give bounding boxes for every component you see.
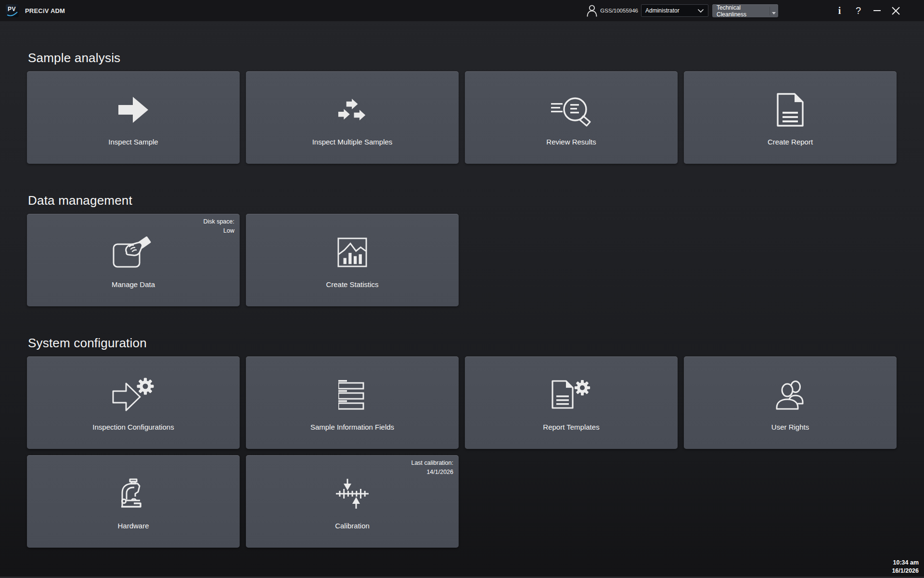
logo-swoosh-icon — [7, 12, 18, 16]
tile-label: User Rights — [684, 423, 897, 431]
search-results-icon — [465, 71, 678, 148]
chevron-down-icon — [697, 9, 704, 13]
tile-label: Create Report — [684, 138, 897, 146]
help-icon: ? — [856, 5, 861, 16]
app-title: PRECiV ADM — [25, 7, 65, 14]
tile-manage-data[interactable]: Disk space: Low Manage Data — [27, 214, 240, 306]
tile-inspect-sample[interactable]: Inspect Sample — [27, 71, 240, 164]
user-icon — [587, 4, 597, 17]
role-dropdown[interactable]: Administrator — [641, 4, 708, 17]
tile-label: Create Statistics — [246, 280, 459, 289]
tile-create-report[interactable]: Create Report — [684, 71, 897, 164]
tile-label: Hardware — [27, 522, 240, 530]
tile-create-statistics[interactable]: Create Statistics — [246, 214, 459, 306]
tile-label: Sample Information Fields — [246, 423, 459, 431]
tile-inspection-configurations[interactable]: Inspection Configurations — [27, 356, 240, 449]
arrow-gear-icon — [27, 356, 240, 434]
status-clock: 10:34 am 16/1/2026 — [892, 559, 919, 575]
microscope-icon — [27, 455, 240, 532]
close-button[interactable] — [892, 0, 900, 21]
close-icon — [892, 7, 900, 15]
status-time: 10:34 am — [892, 559, 919, 567]
section-title-data-management: Data management — [28, 193, 897, 208]
app-logo: PV — [6, 4, 19, 17]
tile-label: Inspection Configurations — [27, 423, 240, 431]
status-date: 16/1/2026 — [892, 567, 919, 575]
help-button[interactable]: ? — [854, 0, 862, 21]
titlebar-right-group: GSS/10055946 Administrator Technical Cle… — [587, 0, 924, 21]
document-gear-icon — [465, 356, 678, 434]
main-content: Sample analysis Inspect Sample I — [0, 51, 924, 548]
tile-label: Manage Data — [27, 280, 240, 289]
minimize-icon — [873, 10, 881, 11]
calibration-scale-icon — [246, 455, 459, 532]
tile-user-rights[interactable]: User Rights — [684, 356, 897, 449]
tile-label: Report Templates — [465, 423, 678, 431]
data-management-grid: Disk space: Low Manage Data — [27, 214, 897, 306]
dropdown-arrow-icon — [772, 12, 776, 14]
tile-label: Review Results — [465, 138, 678, 146]
tile-report-templates[interactable]: Report Templates — [465, 356, 678, 449]
tile-review-results[interactable]: Review Results — [465, 71, 678, 164]
user-id-label: GSS/10055946 — [600, 8, 638, 13]
sample-analysis-grid: Inspect Sample Inspect Multiple Samples — [27, 71, 897, 164]
system-configuration-grid: Inspection Configurations Sample Informa… — [27, 356, 897, 548]
users-icon — [684, 356, 897, 434]
section-title-sample-analysis: Sample analysis — [28, 51, 897, 65]
mode-dropdown-divider — [770, 7, 770, 15]
title-bar: PV PRECiV ADM GSS/10055946 Administrator… — [0, 0, 924, 21]
mode-dropdown-value: Technical Cleanliness — [717, 4, 769, 18]
hand-insert-data-icon — [27, 214, 240, 291]
multi-arrows-icon — [246, 71, 459, 148]
info-icon: i — [838, 5, 841, 16]
tile-inspect-multiple-samples[interactable]: Inspect Multiple Samples — [246, 71, 459, 164]
tile-sample-information-fields[interactable]: Sample Information Fields — [246, 356, 459, 449]
statistics-chart-icon — [246, 214, 459, 291]
tile-label: Inspect Multiple Samples — [246, 138, 459, 146]
tile-label: Calibration — [246, 522, 459, 530]
report-document-icon — [684, 71, 897, 148]
mode-dropdown[interactable]: Technical Cleanliness — [712, 4, 778, 17]
form-fields-icon — [246, 356, 459, 434]
role-dropdown-value: Administrator — [645, 7, 680, 14]
minimize-button[interactable] — [873, 0, 881, 21]
tile-hardware[interactable]: Hardware — [27, 455, 240, 548]
arrow-right-icon — [27, 71, 240, 148]
tile-calibration[interactable]: Last calibration: 14/1/2026 — [246, 455, 459, 548]
tile-label: Inspect Sample — [27, 138, 240, 146]
section-title-system-configuration: System configuration — [28, 336, 897, 350]
info-button[interactable]: i — [835, 0, 844, 21]
